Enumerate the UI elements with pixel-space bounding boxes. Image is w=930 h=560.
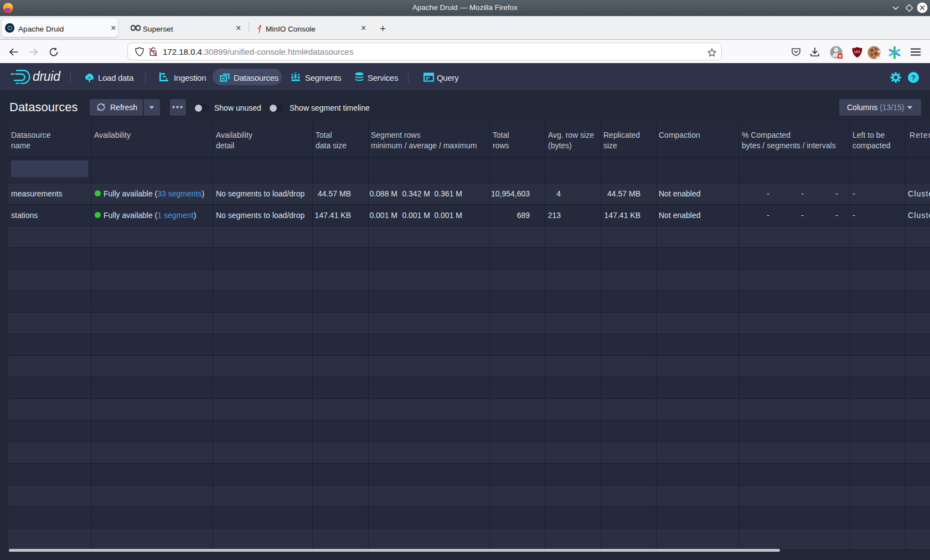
svg-text:?: ? [911,74,916,82]
svg-text:UO: UO [854,50,860,54]
